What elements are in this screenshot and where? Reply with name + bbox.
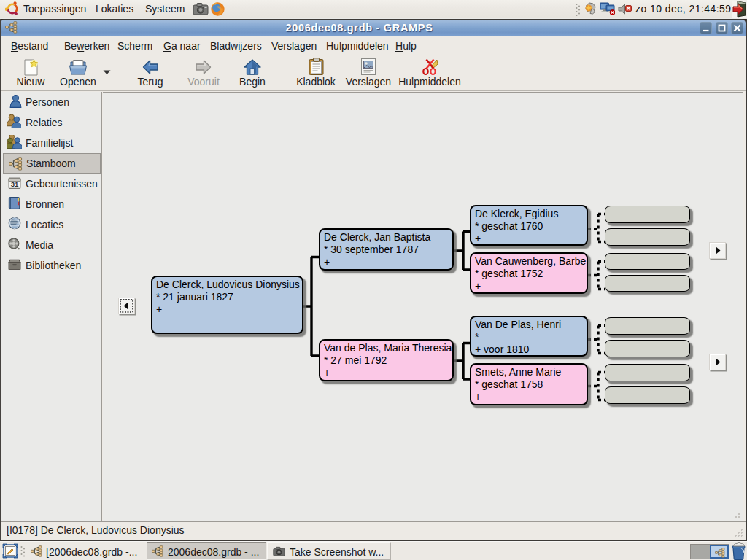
- svg-text:31: 31: [11, 180, 19, 188]
